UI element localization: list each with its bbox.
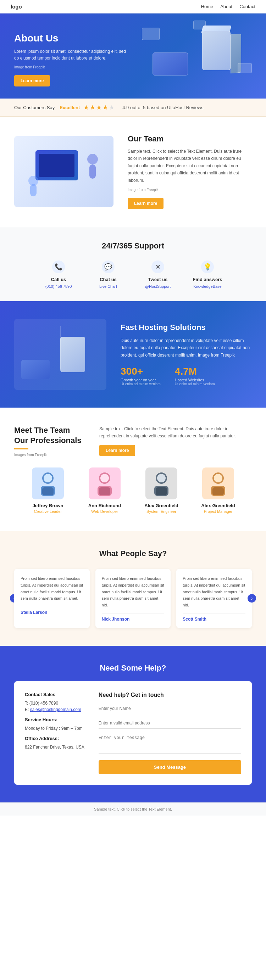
svg-point-2: [44, 474, 52, 482]
jeffrey-avatar: [32, 468, 64, 500]
team-grid: Jeffrey Brown Creative Leader Ann Richmo…: [14, 468, 252, 514]
support-tweet-title: Tweet us: [148, 277, 168, 282]
contact-email-link[interactable]: sales@hostingdomain.com: [30, 707, 81, 712]
rating-say-text: Our Customers Say: [14, 105, 55, 110]
hero-body: Lorem ipsum dolor sit amet, consectetur …: [14, 48, 128, 62]
test-card-3-reviewer: Scott Smith: [183, 614, 245, 622]
nav-links: Home About Contact: [201, 4, 255, 9]
meet-team-section: Meet The TeamOur Professionals Images fr…: [0, 407, 266, 531]
svg-rect-7: [99, 487, 110, 495]
logo: logo: [11, 3, 22, 10]
support-card-chat: 💬 Chat us Live Chart: [91, 261, 126, 288]
test-card-1-reviewer: Stella Larson: [21, 607, 83, 615]
fh-stat-hosted: 4.7M Hosted Websites Ut enim ad minim ve…: [175, 366, 215, 386]
fh-device-graphic: [21, 360, 49, 379]
alex2-avatar: [202, 468, 234, 500]
support-tweet-sub: @HostSupport: [145, 284, 170, 288]
footer: Sample text. Click to select the Text El…: [0, 802, 266, 816]
team-text-block: Our Team Sample text. Click to select th…: [128, 134, 252, 209]
support-card-tweet: ✕ Tweet us @HostSupport: [140, 261, 175, 288]
navbar: logo Home About Contact: [0, 0, 266, 13]
our-team-section: Our Team Sample text. Click to select th…: [0, 117, 266, 227]
nav-about[interactable]: About: [220, 4, 232, 9]
contact-email-input[interactable]: [99, 718, 241, 729]
test-card-1-body: Proin sed libero enim sed faucibus turpi…: [21, 575, 83, 602]
support-chat-title: Chat us: [100, 277, 117, 282]
team-illustration: [14, 136, 113, 207]
alex2-name: Alex Greenfield: [201, 503, 235, 508]
send-message-button[interactable]: Send Message: [99, 760, 241, 774]
team-image-credit: Image from Freepik: [128, 187, 252, 193]
device-card: [153, 52, 188, 75]
answers-icon: 💡: [201, 261, 214, 273]
fh-illustration: [14, 319, 107, 390]
fh-server-graphic: [60, 337, 85, 372]
test-card-2: Proin sed libero enim sed faucibus turpi…: [96, 569, 171, 628]
test-card-1: Proin sed libero enim sed faucibus turpi…: [14, 569, 90, 628]
help-title: Need Some Help?: [14, 663, 252, 673]
ann-role: Web Developer: [91, 509, 118, 514]
mt-title: Meet The TeamOur Professionals: [14, 425, 85, 445]
alex1-avatar: [145, 468, 177, 500]
alex1-name: Alex Greenfield: [144, 503, 178, 508]
contact-phone: T: (010) 456 7890: [25, 701, 84, 706]
hero-cta-button[interactable]: Learn more: [14, 75, 50, 86]
fh-stat-hosted-desc: Ut enim ad minim veniam: [175, 382, 215, 386]
alex1-role: System Engineer: [147, 509, 176, 514]
mt-cta-button[interactable]: Learn more: [99, 445, 135, 456]
test-grid: Proin sed libero enim sed faucibus turpi…: [14, 569, 252, 628]
nav-contact[interactable]: Contact: [239, 4, 255, 9]
rating-stars: ★★★★★: [83, 103, 115, 111]
mt-image-credit: Images from Freepik: [14, 453, 85, 457]
hero-text: About Us Lorem ipsum dolor sit amet, con…: [14, 33, 128, 86]
mt-title-block: Meet The TeamOur Professionals Images fr…: [14, 425, 85, 457]
testimonial-next-button[interactable]: ›: [248, 594, 256, 603]
team-body: Sample text. Click to select the Text El…: [128, 148, 252, 184]
team-member-alex1: Alex Greenfield System Engineer: [137, 468, 186, 514]
contact-name-input[interactable]: [99, 703, 241, 714]
service-hours-title: Service Hours:: [25, 717, 84, 722]
svg-rect-15: [212, 487, 224, 495]
hero-title: About Us: [14, 33, 128, 44]
fh-stats: 300+ Growth year on year Ut enim ad mini…: [121, 366, 252, 386]
contact-email: E: sales@hostingdomain.com: [25, 707, 84, 712]
contact-info: Contact Sales T: (010) 456 7890 E: sales…: [25, 692, 84, 774]
alex2-role: Project Manager: [204, 509, 233, 514]
footer-text: Sample text. Click to select the Text El…: [14, 807, 252, 811]
fh-text-block: Fast Hosting Solutions Duis aute irure d…: [121, 323, 252, 386]
service-hours: Monday to Friday : 9am – 7pm: [25, 726, 84, 731]
nav-home[interactable]: Home: [201, 4, 213, 9]
test-card-2-reviewer: Nick Jhonson: [102, 614, 164, 622]
rating-excellent: Excellent: [60, 105, 80, 110]
contact-sales-title: Contact Sales: [25, 692, 84, 697]
contact-form: Need help? Get in touch Send Message: [99, 692, 241, 774]
testimonials-section: What People Say? ‹ Proin sed libero enim…: [0, 531, 266, 646]
svg-point-14: [214, 474, 222, 482]
team-cta-button[interactable]: Learn more: [128, 198, 164, 209]
team-title: Our Team: [128, 134, 252, 143]
office-address: 822 Fancher Drive, Texas, USA: [25, 745, 84, 749]
fh-stat-growth-desc: Ut enim ad minim veniam: [121, 382, 161, 386]
svg-rect-11: [156, 487, 167, 495]
tweet-icon: ✕: [151, 261, 164, 273]
fh-stat-growth-label: Growth year on year: [121, 378, 161, 382]
test-card-2-body: Proin sed libero enim sed faucibus turpi…: [102, 575, 164, 608]
ann-avatar: [89, 468, 121, 500]
svg-point-6: [100, 474, 109, 482]
ann-name: Ann Richmond: [88, 503, 121, 508]
server-main: [202, 31, 231, 70]
contact-message-input[interactable]: [99, 732, 241, 754]
call-icon: 📞: [52, 261, 65, 273]
fh-body: Duis aute irure dolor in reprehenderit i…: [121, 337, 252, 359]
support-card-answers: 💡 Find answers KnowledgeBase: [190, 261, 225, 288]
team-member-jeffrey: Jeffrey Brown Creative Leader: [23, 468, 73, 514]
hero-image-credit: Image from Freepik: [14, 65, 128, 70]
mt-underline: [14, 449, 29, 449]
support-call-sub: (010) 456 7890: [45, 284, 72, 288]
rating-banner: Our Customers Say Excellent ★★★★★ 4.9 ou…: [0, 99, 266, 117]
support-answers-sub: KnowledgeBase: [193, 284, 221, 288]
fh-stat-growth-num: 300+: [121, 366, 161, 377]
fast-hosting-section: Fast Hosting Solutions Duis aute irure d…: [0, 301, 266, 407]
help-inner: Contact Sales T: (010) 456 7890 E: sales…: [14, 681, 252, 785]
fh-title: Fast Hosting Solutions: [121, 323, 252, 332]
